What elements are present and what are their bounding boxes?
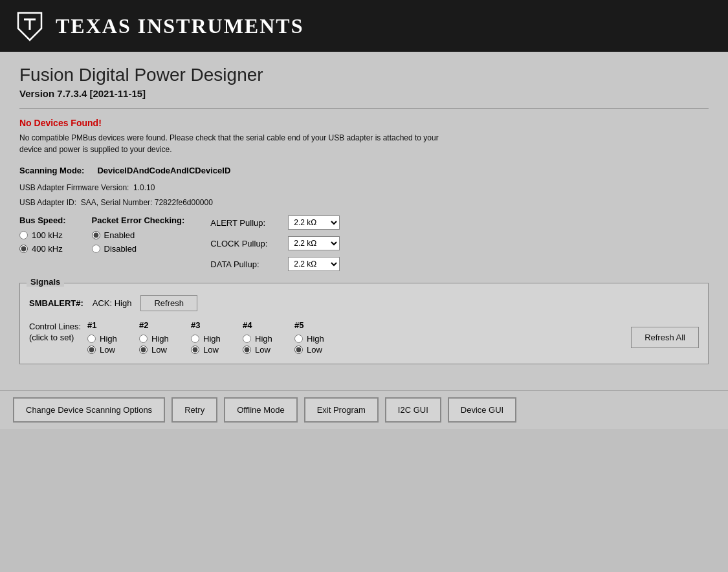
col3-high-label: High: [203, 334, 221, 344]
click-to-set-label: (click to set): [29, 331, 87, 342]
settings-row: Bus Speed: 100 kHz 400 kHz Packet Error …: [19, 215, 709, 274]
control-col-2-header: #2: [139, 320, 148, 330]
scanning-mode-label: Scanning Mode:: [19, 166, 84, 175]
col4-low-label: Low: [255, 345, 270, 355]
divider: [19, 108, 709, 109]
pec-label: Packet Error Checking:: [92, 215, 185, 225]
col5-high-radio[interactable]: [294, 335, 303, 343]
data-pullup-label: DATA Pullup:: [210, 259, 281, 269]
pec-disabled-option[interactable]: Disabled: [92, 244, 185, 254]
col4-high-radio[interactable]: [243, 335, 251, 343]
col1-high-option[interactable]: High: [87, 334, 117, 344]
no-devices-heading: No Devices Found!: [19, 118, 709, 128]
smbalert-value: ACK: High: [93, 298, 132, 308]
control-col-4-header: #4: [243, 320, 252, 330]
firmware-label: USB Adapter Firmware Version:: [19, 183, 129, 192]
refresh-button[interactable]: Refresh: [140, 295, 197, 311]
clock-pullup-label: CLOCK Pullup:: [210, 239, 281, 248]
pullup-group: ALERT Pullup: 2.2 kΩ 4.7 kΩ 10 kΩ None C…: [210, 215, 340, 274]
col2-high-label: High: [151, 334, 169, 344]
change-scanning-button[interactable]: Change Device Scanning Options: [13, 397, 165, 423]
col4-high-label: High: [255, 334, 272, 344]
bus-speed-100-option[interactable]: 100 kHz: [19, 230, 66, 240]
col5-low-label: Low: [307, 345, 322, 355]
col1-high-radio[interactable]: [87, 335, 96, 343]
col5-high-label: High: [307, 334, 324, 344]
col3-high-option[interactable]: High: [191, 334, 221, 344]
control-col-1-header: #1: [87, 320, 96, 330]
col5-low-radio[interactable]: [294, 346, 303, 354]
col5-low-option[interactable]: Low: [294, 345, 322, 355]
bus-speed-100-radio[interactable]: [19, 231, 28, 239]
col1-low-label: Low: [100, 345, 115, 355]
signals-legend: Signals: [27, 277, 64, 287]
control-lines-section: Control Lines: (click to set) #1 High Lo…: [29, 320, 699, 355]
clock-pullup-select[interactable]: 2.2 kΩ 4.7 kΩ 10 kΩ None: [288, 236, 340, 250]
control-col-2: #2 High Low: [139, 320, 191, 355]
app-version: Version 7.7.3.4 [2021-11-15]: [19, 88, 709, 99]
bus-speed-400-radio[interactable]: [19, 245, 28, 253]
refresh-all-button[interactable]: Refresh All: [631, 327, 699, 348]
smbalert-label: SMBALERT#:: [29, 298, 83, 308]
alert-pullup-select[interactable]: 2.2 kΩ 4.7 kΩ 10 kΩ None: [288, 215, 340, 230]
control-lines-columns: #1 High Low #2 High: [87, 320, 618, 355]
pec-disabled-radio[interactable]: [92, 245, 100, 253]
data-pullup-select[interactable]: 2.2 kΩ 4.7 kΩ 10 kΩ None: [288, 257, 340, 271]
alert-pullup-row: ALERT Pullup: 2.2 kΩ 4.7 kΩ 10 kΩ None: [210, 215, 340, 230]
col3-low-option[interactable]: Low: [191, 345, 219, 355]
col4-low-radio[interactable]: [243, 346, 251, 354]
control-col-5: #5 High Low: [294, 320, 346, 355]
pec-enabled-option[interactable]: Enabled: [92, 230, 185, 240]
col1-low-radio[interactable]: [87, 346, 96, 354]
alert-pullup-label: ALERT Pullup:: [210, 218, 281, 228]
bottom-toolbar: Change Device Scanning Options Retry Off…: [0, 390, 728, 429]
refresh-all-container: Refresh All: [631, 327, 699, 348]
firmware-value: 1.0.10: [133, 183, 155, 192]
main-content: Fusion Digital Power Designer Version 7.…: [0, 52, 728, 390]
bus-speed-400-option[interactable]: 400 kHz: [19, 244, 66, 254]
device-gui-button[interactable]: Device GUI: [448, 397, 516, 423]
adapter-id-label: USB Adapter ID:: [19, 198, 76, 207]
smbalert-row: SMBALERT#: ACK: High Refresh: [29, 295, 699, 311]
control-col-3: #3 High Low: [191, 320, 243, 355]
adapter-id: USB Adapter ID: SAA, Serial Number: 7282…: [19, 197, 709, 209]
control-col-5-header: #5: [294, 320, 303, 330]
col4-high-option[interactable]: High: [243, 334, 272, 344]
scanning-mode-row: Scanning Mode: DeviceIDAndCodeAndICDevic…: [19, 166, 709, 175]
clock-pullup-row: CLOCK Pullup: 2.2 kΩ 4.7 kΩ 10 kΩ None: [210, 236, 340, 250]
bus-speed-group: Bus Speed: 100 kHz 400 kHz: [19, 215, 66, 254]
control-col-3-header: #3: [191, 320, 200, 330]
col2-high-radio[interactable]: [139, 335, 148, 343]
pec-disabled-label: Disabled: [104, 244, 137, 254]
retry-button[interactable]: Retry: [171, 397, 217, 423]
header-title: Texas Instruments: [56, 14, 303, 38]
pec-group: Packet Error Checking: Enabled Disabled: [92, 215, 185, 254]
bus-speed-400-label: 400 kHz: [32, 244, 63, 254]
col1-high-label: High: [100, 334, 117, 344]
offline-mode-button[interactable]: Offline Mode: [224, 397, 297, 423]
pec-enabled-radio[interactable]: [92, 231, 100, 239]
col4-low-option[interactable]: Low: [243, 345, 270, 355]
control-lines-label: Control Lines:: [29, 320, 87, 331]
pec-enabled-label: Enabled: [104, 230, 135, 240]
data-pullup-row: DATA Pullup: 2.2 kΩ 4.7 kΩ 10 kΩ None: [210, 257, 340, 271]
col3-low-label: Low: [203, 345, 219, 355]
col5-high-option[interactable]: High: [294, 334, 324, 344]
col1-low-option[interactable]: Low: [87, 345, 115, 355]
ti-logo-icon: [13, 9, 47, 43]
col3-low-radio[interactable]: [191, 346, 199, 354]
adapter-id-value: SAA, Serial Number: 72822fe6d00000: [81, 198, 213, 207]
col2-high-option[interactable]: High: [139, 334, 169, 344]
col3-high-radio[interactable]: [191, 335, 199, 343]
col2-low-radio[interactable]: [139, 346, 148, 354]
control-col-4: #4 High Low: [243, 320, 294, 355]
col2-low-label: Low: [151, 345, 167, 355]
app-header: Texas Instruments: [0, 0, 728, 52]
header-logo: Texas Instruments: [13, 9, 303, 43]
col2-low-option[interactable]: Low: [139, 345, 167, 355]
scanning-mode-value: DeviceIDAndCodeAndICDeviceID: [97, 166, 230, 175]
i2c-gui-button[interactable]: I2C GUI: [385, 397, 441, 423]
adapter-firmware: USB Adapter Firmware Version: 1.0.10: [19, 182, 709, 194]
exit-program-button[interactable]: Exit Program: [304, 397, 379, 423]
signals-box: Signals SMBALERT#: ACK: High Refresh Con…: [19, 283, 709, 364]
